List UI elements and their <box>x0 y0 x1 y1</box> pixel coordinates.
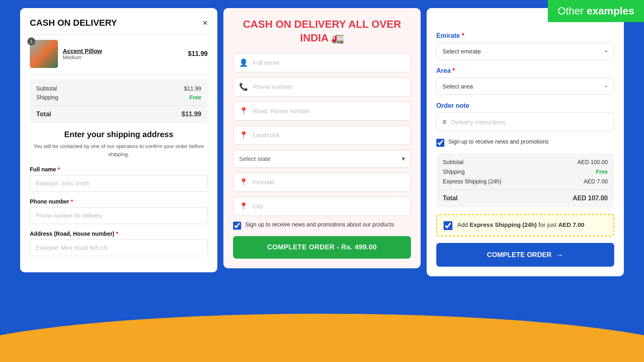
middle-signup-checkbox[interactable] <box>233 222 241 230</box>
location-icon-3: 📍 <box>239 178 248 187</box>
panel-left: CASH ON DELIVERY × 1 Accent Pillow Mediu… <box>20 8 217 272</box>
arrow-right-icon: → <box>555 250 564 259</box>
right-total-label: Total <box>443 195 458 202</box>
full-name-label: Full name * <box>30 166 208 173</box>
subtotal-value: $11.99 <box>184 85 201 92</box>
close-button[interactable]: × <box>202 18 208 28</box>
right-total-row: Total AED 107.00 <box>443 195 608 202</box>
full-name-group: 👤 <box>233 53 411 72</box>
total-label: Total <box>36 111 51 118</box>
address-input[interactable] <box>30 239 208 256</box>
middle-phone-input[interactable] <box>253 83 405 90</box>
location-icon-2: 📍 <box>239 131 248 140</box>
right-complete-order-button[interactable]: COMPLETE ORDER → <box>436 243 614 267</box>
delivery-instructions-input[interactable] <box>452 119 608 125</box>
right-shipping-value: Free <box>596 169 608 175</box>
right-express-value: AED 7.00 <box>584 178 608 185</box>
state-group: Select state ▾ <box>233 150 411 168</box>
right-subtotal-row: Subtotal AED 100.00 <box>443 159 608 165</box>
total-row: Total $11.99 <box>36 111 201 118</box>
location-icon-4: 📍 <box>239 202 248 211</box>
right-subtotal-value: AED 100.00 <box>578 159 608 165</box>
panel-left-header: CASH ON DELIVERY × <box>30 18 208 28</box>
order-note-label: Order note <box>436 102 614 109</box>
shipping-value: Free <box>189 94 201 101</box>
other-examples-banner: Other examples <box>548 0 644 22</box>
complete-order-label: COMPLETE ORDER <box>487 251 552 259</box>
middle-complete-order-button[interactable]: COMPLETE ORDER - Rs. 499.00 <box>233 236 411 259</box>
middle-landmark-input[interactable] <box>253 132 405 138</box>
right-shipping-row: Shipping Free <box>443 169 608 175</box>
express-shipping-box: Add Express Shipping (24h) for just AED … <box>436 214 614 237</box>
middle-signup-row: Sign up to receive news and promotions a… <box>233 221 411 230</box>
pincode-group: 📍 <box>233 173 411 192</box>
other-examples-examples: examples <box>586 5 634 17</box>
middle-full-name-input[interactable] <box>253 59 405 66</box>
other-examples-other: Other <box>557 5 586 17</box>
landmark-group: 📍 <box>233 125 411 145</box>
address-group: 📍 <box>233 101 411 121</box>
emirate-select[interactable]: Select emirate <box>436 43 614 60</box>
area-label: Area * <box>436 67 614 74</box>
right-signup-row: Sign up to receive news and promotions <box>436 138 614 147</box>
subtotal-label: Subtotal <box>36 85 57 92</box>
emirate-label: Emirate * <box>436 32 614 39</box>
chevron-down-icon: ▾ <box>402 155 405 162</box>
middle-city-input[interactable] <box>253 203 405 210</box>
panel-middle: CASH ON DELIVERY ALL OVER INDIA 🚛 👤 📞 📍 … <box>223 8 421 268</box>
area-select[interactable]: Select area <box>436 78 614 95</box>
address-label: Address (Road, House number) * <box>30 230 208 237</box>
shipping-address-title: Enter your shipping address <box>30 130 208 139</box>
middle-pincode-input[interactable] <box>253 179 405 185</box>
shipping-address-desc: You will be contacted by one of our oper… <box>30 142 208 158</box>
right-express-label: Express Shipping (24h) <box>443 178 502 185</box>
phone-group: 📞 <box>233 77 411 97</box>
panel-right: Emirate * Select emirate Area * Select a… <box>427 8 624 276</box>
right-divider <box>443 189 608 190</box>
totals-section: Subtotal $11.99 Shipping Free Total $11.… <box>30 80 208 123</box>
product-image: 1 <box>30 40 58 68</box>
right-signup-checkbox[interactable] <box>436 139 444 147</box>
product-row: 1 Accent Pillow Medium $11.99 <box>30 40 208 68</box>
shipping-row: Shipping Free <box>36 94 201 101</box>
shipping-label: Shipping <box>36 94 58 101</box>
right-panel-content: Emirate * Select emirate Area * Select a… <box>436 12 614 267</box>
total-value: $11.99 <box>182 111 201 118</box>
right-shipping-label: Shipping <box>443 169 465 175</box>
product-price: $11.99 <box>188 50 208 58</box>
full-name-input[interactable] <box>30 175 208 192</box>
express-shipping-checkbox[interactable] <box>444 221 452 230</box>
divider-1 <box>30 35 208 35</box>
panel-left-title: CASH ON DELIVERY <box>30 18 117 28</box>
main-container: CASH ON DELIVERY × 1 Accent Pillow Mediu… <box>0 0 644 362</box>
right-subtotal-label: Subtotal <box>443 159 463 165</box>
express-shipping-text: Add Express Shipping (24h) for just AED … <box>457 220 584 229</box>
subtotal-row: Subtotal $11.99 <box>36 85 201 92</box>
middle-signup-text: Sign up to receive news and promotions a… <box>245 221 394 229</box>
right-totals: Subtotal AED 100.00 Shipping Free Expres… <box>436 153 614 208</box>
product-info: Accent Pillow Medium <box>63 47 183 60</box>
right-total-value: AED 107.00 <box>573 195 608 202</box>
city-group: 📍 <box>233 197 411 216</box>
right-signup-text: Sign up to receive news and promotions <box>448 138 549 146</box>
product-name: Accent Pillow <box>63 47 183 54</box>
person-icon: 👤 <box>239 58 248 67</box>
lines-icon: ≡ <box>442 118 447 126</box>
divider-3 <box>36 105 201 106</box>
order-note-group: ≡ <box>436 113 614 132</box>
phone-label: Phone number * <box>30 198 208 205</box>
divider-2 <box>30 74 208 75</box>
product-variant: Medium <box>63 54 183 60</box>
state-select[interactable]: Select state <box>239 155 402 162</box>
right-express-row: Express Shipping (24h) AED 7.00 <box>443 178 608 185</box>
middle-title: CASH ON DELIVERY ALL OVER INDIA 🚛 <box>233 18 411 45</box>
location-icon-1: 📍 <box>239 107 248 115</box>
phone-icon: 📞 <box>239 82 248 91</box>
product-badge: 1 <box>27 37 35 45</box>
middle-address-input[interactable] <box>253 107 405 114</box>
phone-input[interactable] <box>30 207 208 224</box>
